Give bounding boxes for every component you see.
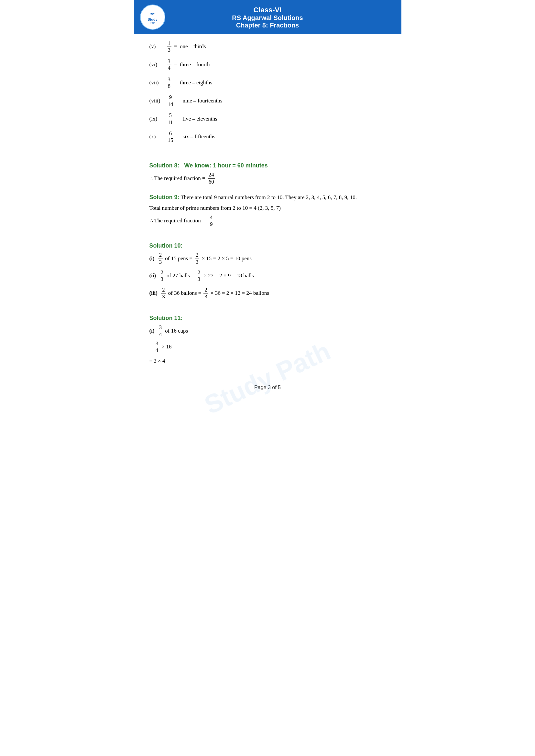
fraction-v: (v) 1 3 = one – thirds xyxy=(150,40,386,54)
fraction-vi-text: = three – fourth xyxy=(174,60,210,69)
solution-9-fraction-row: ∴ The required fraction = 4 9 xyxy=(150,214,386,228)
logo: ✒ Study Path xyxy=(140,4,166,30)
fraction-viii: (viii) 9 14 = nine – fourteenths xyxy=(150,94,386,108)
header-line3: Chapter 5: Fractions xyxy=(137,22,398,29)
sol10-iii-label: (iii) xyxy=(150,289,159,298)
fraction-v-text: = one – thirds xyxy=(174,42,206,51)
sol10-ii-mid: of 27 balls = xyxy=(167,271,194,281)
sol11-row3-text: = 3 × 4 xyxy=(150,357,165,366)
solution-9-block: Solution 9: There are total 9 natural nu… xyxy=(150,192,386,228)
sol10-i-label: (i) xyxy=(150,254,156,263)
fraction-vii-frac: 3 8 xyxy=(167,76,172,90)
sol11-ii-rest: × 16 xyxy=(162,342,172,352)
solution-9-therefore: ∴ The required fraction = xyxy=(150,216,207,226)
sol10-ii-frac2: 2 3 xyxy=(197,269,202,283)
solution-8-therefore: ∴ The required fraction = xyxy=(150,174,205,183)
fraction-v-label: (v) xyxy=(150,42,164,51)
sol10-ii-frac1: 2 3 xyxy=(160,269,165,283)
fractions-list: (v) 1 3 = one – thirds (vi) 3 4 = three … xyxy=(150,40,386,144)
sol10-i-frac2: 2 3 xyxy=(195,252,200,265)
solution-9-header: Solution 9: xyxy=(150,194,180,201)
sol10-ii-rest: × 27 = 2 × 9 = 18 balls xyxy=(204,271,254,281)
fraction-x-frac: 6 15 xyxy=(167,130,174,144)
sol10-iii-frac1: 2 3 xyxy=(161,287,166,300)
logo-pen-icon: ✒ xyxy=(150,10,155,17)
logo-text-main: Study xyxy=(148,17,157,21)
sol10-iii-mid: of 36 ballons = xyxy=(168,289,202,298)
solution-10-row-i: (i) 2 3 of 15 pens = 2 3 × 15 = 2 × 5 = … xyxy=(150,252,386,265)
header-line2: RS Aggarwal Solutions xyxy=(137,14,398,22)
sol11-i-label: (i) xyxy=(150,326,156,336)
solution-10-block: Solution 10: (i) 2 3 of 15 pens = 2 3 × … xyxy=(150,241,386,300)
sol10-iii-frac2: 2 3 xyxy=(204,287,208,300)
sol10-iii-rest: × 36 = 2 × 12 = 24 ballons xyxy=(211,289,269,298)
logo-text-bottom: Path xyxy=(150,21,155,24)
fraction-viii-label: (viii) xyxy=(150,96,164,106)
sol10-i-frac1: 2 3 xyxy=(158,252,163,265)
fraction-vi-frac: 3 4 xyxy=(167,58,172,72)
fraction-viii-text: = nine – fourteenths xyxy=(177,96,223,106)
solution-8-block: Solution 8: We know: 1 hour = 60 minutes… xyxy=(150,161,386,185)
sol10-ii-label: (ii) xyxy=(150,271,157,281)
fraction-vii-label: (vii) xyxy=(150,78,164,88)
fraction-ix-label: (ix) xyxy=(150,114,164,124)
solution-9-frac: 4 9 xyxy=(209,214,214,228)
fraction-x: (x) 6 15 = six – fifteenths xyxy=(150,130,386,144)
main-content: (v) 1 3 = one – thirds (vi) 3 4 = three … xyxy=(134,34,401,379)
solution-11-block: Solution 11: (i) 3 4 of 16 cups = 3 4 × … xyxy=(150,313,386,366)
fraction-vii-text: = three – eighths xyxy=(174,78,212,88)
solution-11-row-iii: = 3 × 4 xyxy=(150,357,386,366)
sol11-i-text: of 16 cups xyxy=(165,326,188,336)
solution-9-header-row: Solution 9: There are total 9 natural nu… xyxy=(150,192,386,202)
fraction-ix-text: = five – elevenths xyxy=(177,114,217,124)
solution-8-text1: We know: 1 hour = 60 minutes xyxy=(181,162,268,169)
solution-11-row-ii: = 3 4 × 16 xyxy=(150,340,386,354)
fraction-x-label: (x) xyxy=(150,132,164,142)
solution-8-frac: 24 60 xyxy=(208,172,215,185)
fraction-viii-frac: 9 14 xyxy=(167,94,174,108)
fraction-x-text: = six – fifteenths xyxy=(177,132,215,142)
solution-9-text2: Total number of prime numbers from 2 to … xyxy=(150,203,386,213)
fraction-ix: (ix) 5 11 = five – elevenths xyxy=(150,112,386,126)
logo-circle: ✒ Study Path xyxy=(140,5,165,30)
fraction-v-frac: 1 3 xyxy=(167,40,172,54)
solution-9-text1: There are total 9 natural numbers from 2… xyxy=(181,194,357,201)
footer-text: Page 3 of 5 xyxy=(254,385,281,390)
solution-10-row-iii: (iii) 2 3 of 36 ballons = 2 3 × 36 = 2 ×… xyxy=(150,287,386,300)
header-line1: Class-VI xyxy=(137,6,398,14)
sol10-i-rest: × 15 = 2 × 5 = 10 pens xyxy=(202,254,252,263)
sol11-i-frac: 3 4 xyxy=(158,324,163,338)
fraction-ix-frac: 5 11 xyxy=(167,112,174,126)
solution-11-row-i: (i) 3 4 of 16 cups xyxy=(150,324,386,338)
fraction-vii: (vii) 3 8 = three – eighths xyxy=(150,76,386,90)
solution-10-row-ii: (ii) 2 3 of 27 balls = 2 3 × 27 = 2 × 9 … xyxy=(150,269,386,283)
page-header: ✒ Study Path Class-VI RS Aggarwal Soluti… xyxy=(134,0,401,34)
solution-8-header: Solution 8: We know: 1 hour = 60 minutes xyxy=(150,161,386,171)
solution-10-header: Solution 10: xyxy=(150,241,386,251)
fraction-vi: (vi) 3 4 = three – fourth xyxy=(150,58,386,72)
sol10-i-mid: of 15 pens = xyxy=(165,254,192,263)
solution-11-header: Solution 11: xyxy=(150,313,386,323)
sol11-ii-frac: 3 4 xyxy=(155,340,159,354)
page-footer: Page 3 of 5 xyxy=(134,379,401,394)
solution-8-fraction-row: ∴ The required fraction = 24 60 xyxy=(150,172,386,185)
sol11-equals1: = xyxy=(150,342,153,352)
fraction-vi-label: (vi) xyxy=(150,60,164,69)
